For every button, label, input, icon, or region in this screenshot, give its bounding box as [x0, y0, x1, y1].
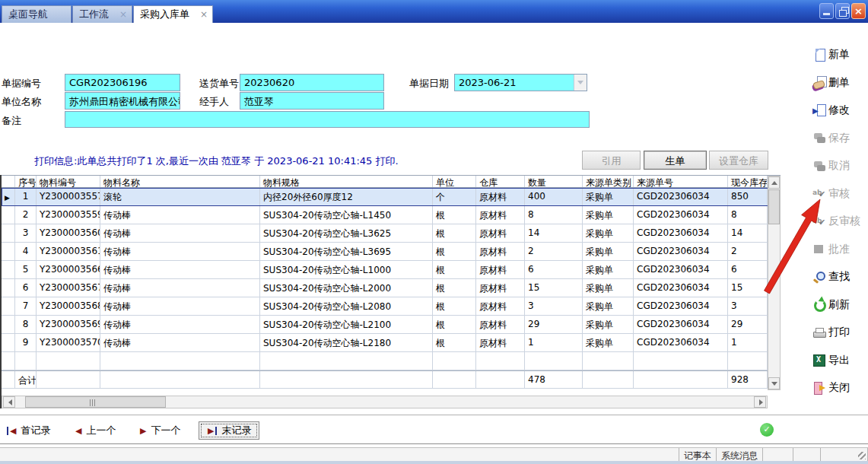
tab-label: 工作流	[79, 8, 109, 21]
unit-name-field[interactable]: 苏州鼎田精密机械有限公司	[65, 92, 180, 110]
remark-field[interactable]	[65, 111, 590, 128]
close-button[interactable]: ×	[851, 3, 866, 19]
sidebar-action-button[interactable]: 反审核	[812, 214, 867, 229]
horizontal-scroll-thumb[interactable]	[25, 396, 166, 408]
resize-grip[interactable]	[821, 448, 868, 461]
cell-material-name: 传动棒	[100, 297, 260, 315]
cell-material-spec: SUS304-20传动空心轴-L1450	[260, 206, 433, 224]
sidebar-action-label: 新单	[828, 48, 850, 62]
cell-warehouse: 原材料	[476, 279, 525, 297]
row-indicator	[2, 279, 15, 297]
column-header[interactable]: 来源单类别	[583, 176, 634, 187]
cell-warehouse: 原材料	[476, 206, 525, 224]
sidebar-action-button[interactable]: 删单	[812, 75, 867, 91]
cell-material-code: Y2300003560	[37, 224, 100, 242]
minimize-button[interactable]	[819, 3, 834, 19]
total-stock: 928	[728, 371, 768, 388]
scroll-down-icon[interactable]	[768, 377, 780, 389]
generate-order-button[interactable]: 生单	[644, 151, 707, 170]
horizontal-scrollbar[interactable]	[2, 396, 768, 408]
next-record-button[interactable]: ▶ 下一个	[139, 421, 180, 440]
tab[interactable]: 桌面导航	[2, 5, 72, 23]
sidebar-action-button[interactable]: 关闭	[812, 380, 867, 396]
table-row[interactable]: 2 Y2300003559 传动棒 SUS304-20传动空心轴-L1450 根…	[2, 206, 781, 224]
items-table: 序号 物料编号 物料名称 物料规格 单位 仓库 数量 来源单类别 来源单号 现今…	[2, 175, 781, 389]
scroll-right-icon[interactable]	[754, 396, 766, 408]
sidebar-action-label: 修改	[828, 103, 850, 117]
cell-seq: 6	[15, 279, 37, 297]
cell-seq: 7	[15, 297, 37, 315]
cell-material-spec: SUS304-20传动空心轴-L2080	[260, 297, 433, 315]
table-row[interactable]: 1 Y2300003557 滚轮 内径20外径60厚度12 个 原材料 400 …	[2, 188, 781, 206]
row-indicator-header	[2, 176, 15, 187]
status-notepad[interactable]: 记事本	[679, 448, 717, 461]
cell-material-name: 传动棒	[100, 279, 260, 297]
handler-field[interactable]: 范亚琴	[240, 92, 384, 110]
cell-unit: 根	[433, 297, 476, 315]
sidebar-action-button[interactable]: 导出	[812, 353, 867, 368]
column-header[interactable]: 现今库存	[728, 176, 768, 187]
previous-record-button[interactable]: ◀ 上一个	[75, 421, 116, 440]
tab[interactable]: 采购入库单 ×	[133, 5, 213, 23]
chevron-down-icon[interactable]	[574, 75, 587, 91]
sidebar-action-button[interactable]: 刷新	[812, 297, 867, 313]
cell-seq: 4	[15, 243, 37, 260]
tab-close-icon[interactable]: ×	[119, 9, 127, 20]
handler-label: 经手人	[199, 95, 229, 109]
cell-material-spec: SUS304-20传动空心轴-L3695	[260, 243, 433, 260]
column-header[interactable]: 数量	[525, 176, 583, 187]
table-row[interactable]: 6 Y2300003567 传动棒 SUS304-20传动空心轴-L2000 根…	[2, 279, 781, 297]
column-header[interactable]: 来源单号	[634, 176, 728, 187]
cell-source-no: CGD202306034	[634, 316, 728, 333]
first-record-button[interactable]: ◀ 首记录	[6, 421, 50, 440]
table-row[interactable]: 8 Y2300003569 传动棒 SUS304-20传动空心轴-L2100 根…	[2, 316, 781, 334]
reference-button[interactable]: 引用	[582, 151, 641, 170]
sidebar-action-button[interactable]: 保存	[812, 131, 867, 146]
table-row[interactable]: 5 Y2300003566 传动棒 SUS304-20传动空心轴-L1000 根…	[2, 261, 781, 279]
remark-label: 备注	[2, 114, 21, 128]
cell-unit: 根	[433, 261, 476, 278]
scroll-up-icon[interactable]	[768, 176, 780, 189]
status-ok-icon: ✓	[760, 423, 774, 437]
cell-material-name: 传动棒	[100, 243, 260, 260]
status-cell-empty	[0, 448, 679, 461]
vertical-scroll-thumb[interactable]	[768, 189, 780, 224]
cell-seq: 8	[15, 316, 37, 333]
doc-date-field[interactable]: 2023-06-21	[454, 74, 587, 91]
column-header[interactable]: 物料名称	[100, 176, 260, 187]
column-header[interactable]: 序号	[15, 176, 37, 187]
restore-button[interactable]	[835, 3, 850, 19]
vertical-scrollbar[interactable]	[768, 176, 781, 390]
cell-current-stock: 850	[728, 188, 768, 205]
sidebar-action-button[interactable]: 审核	[812, 186, 867, 202]
last-record-button[interactable]: ▶ 末记录	[199, 421, 259, 440]
sidebar-action-button[interactable]: 新单	[812, 47, 867, 62]
tab-close-icon[interactable]: ×	[200, 9, 208, 20]
status-system-messages[interactable]: 系统消息	[717, 448, 763, 461]
sidebar-action-button[interactable]: 查找	[812, 269, 867, 284]
table-row[interactable]: 7 Y2300003568 传动棒 SUS304-20传动空心轴-L2080 根…	[2, 297, 781, 316]
column-header[interactable]: 仓库	[476, 176, 525, 187]
sidebar-action-button[interactable]: 取消	[812, 158, 867, 173]
column-header[interactable]: 单位	[433, 176, 476, 187]
scroll-left-icon[interactable]	[3, 396, 15, 408]
delivery-no-field[interactable]: 20230620	[240, 74, 384, 91]
doc-no-field[interactable]: CGR202306196	[65, 74, 180, 91]
sidebar-action-button[interactable]: 修改	[812, 103, 867, 118]
table-row[interactable]: 4 Y2300003561 传动棒 SUS304-20传动空心轴-L3695 根…	[2, 243, 781, 261]
cancel-icon	[812, 160, 826, 173]
cell-unit: 根	[433, 206, 476, 224]
sidebar-action-button[interactable]: 批准	[812, 242, 867, 257]
table-row[interactable]: 9 Y2300003570 传动棒 SUS304-20传动空心轴-L2180 根…	[2, 334, 781, 352]
cell-unit: 根	[433, 224, 476, 242]
set-warehouse-button[interactable]: 设置仓库	[709, 151, 768, 170]
column-header[interactable]: 物料规格	[260, 176, 433, 187]
sidebar-action-button[interactable]: 打印	[812, 325, 867, 340]
doc-no-label: 单据编号	[2, 77, 41, 91]
column-header[interactable]: 物料编号	[37, 176, 100, 187]
previous-record-icon: ◀	[75, 426, 81, 436]
delete-doc-icon	[812, 76, 826, 89]
table-row[interactable]: 3 Y2300003560 传动棒 SUS304-20传动空心轴-L3625 根…	[2, 224, 781, 243]
tab[interactable]: 工作流 ×	[72, 5, 132, 23]
audit-icon	[812, 187, 826, 200]
